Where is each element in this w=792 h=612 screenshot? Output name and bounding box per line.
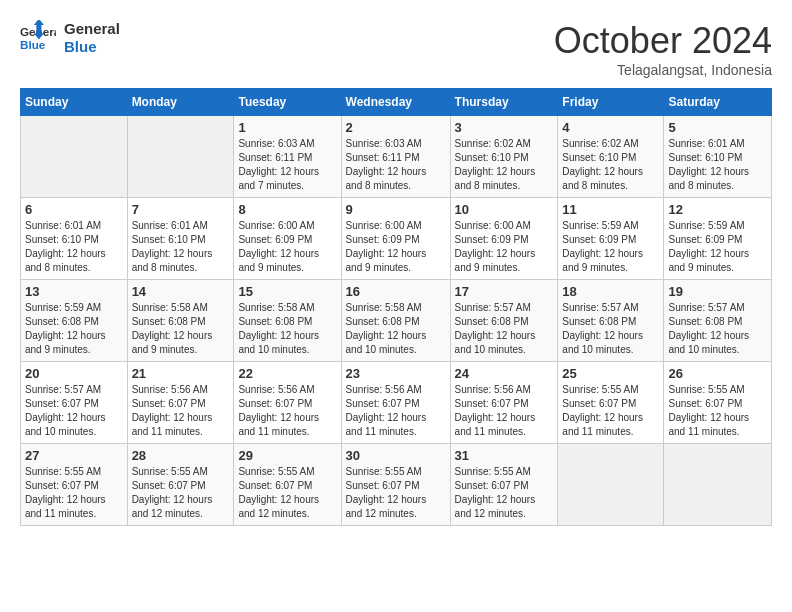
day-number: 13 <box>25 284 123 299</box>
day-info: Sunrise: 6:03 AM Sunset: 6:11 PM Dayligh… <box>238 137 336 193</box>
day-number: 27 <box>25 448 123 463</box>
day-info: Sunrise: 5:55 AM Sunset: 6:07 PM Dayligh… <box>25 465 123 521</box>
calendar-cell: 28Sunrise: 5:55 AM Sunset: 6:07 PM Dayli… <box>127 444 234 526</box>
calendar-cell: 19Sunrise: 5:57 AM Sunset: 6:08 PM Dayli… <box>664 280 772 362</box>
day-info: Sunrise: 5:55 AM Sunset: 6:07 PM Dayligh… <box>562 383 659 439</box>
header-sunday: Sunday <box>21 89 128 116</box>
day-number: 12 <box>668 202 767 217</box>
svg-text:Blue: Blue <box>20 38 46 51</box>
calendar-cell: 24Sunrise: 5:56 AM Sunset: 6:07 PM Dayli… <box>450 362 558 444</box>
calendar-cell: 13Sunrise: 5:59 AM Sunset: 6:08 PM Dayli… <box>21 280 128 362</box>
calendar-cell: 9Sunrise: 6:00 AM Sunset: 6:09 PM Daylig… <box>341 198 450 280</box>
day-number: 23 <box>346 366 446 381</box>
day-info: Sunrise: 5:59 AM Sunset: 6:08 PM Dayligh… <box>25 301 123 357</box>
calendar-cell: 30Sunrise: 5:55 AM Sunset: 6:07 PM Dayli… <box>341 444 450 526</box>
day-number: 30 <box>346 448 446 463</box>
month-title: October 2024 <box>554 20 772 62</box>
day-info: Sunrise: 5:58 AM Sunset: 6:08 PM Dayligh… <box>346 301 446 357</box>
day-info: Sunrise: 5:58 AM Sunset: 6:08 PM Dayligh… <box>238 301 336 357</box>
calendar-cell: 3Sunrise: 6:02 AM Sunset: 6:10 PM Daylig… <box>450 116 558 198</box>
header-saturday: Saturday <box>664 89 772 116</box>
calendar-cell: 20Sunrise: 5:57 AM Sunset: 6:07 PM Dayli… <box>21 362 128 444</box>
calendar-week-1: 1Sunrise: 6:03 AM Sunset: 6:11 PM Daylig… <box>21 116 772 198</box>
day-info: Sunrise: 6:02 AM Sunset: 6:10 PM Dayligh… <box>455 137 554 193</box>
day-number: 21 <box>132 366 230 381</box>
day-info: Sunrise: 5:55 AM Sunset: 6:07 PM Dayligh… <box>346 465 446 521</box>
day-number: 28 <box>132 448 230 463</box>
logo: General Blue General Blue <box>20 20 120 56</box>
day-info: Sunrise: 5:59 AM Sunset: 6:09 PM Dayligh… <box>668 219 767 275</box>
day-number: 2 <box>346 120 446 135</box>
calendar-cell <box>127 116 234 198</box>
logo-blue: Blue <box>64 38 120 56</box>
calendar-header-row: SundayMondayTuesdayWednesdayThursdayFrid… <box>21 89 772 116</box>
logo-general: General <box>64 20 120 38</box>
calendar-cell: 11Sunrise: 5:59 AM Sunset: 6:09 PM Dayli… <box>558 198 664 280</box>
day-number: 10 <box>455 202 554 217</box>
day-info: Sunrise: 5:56 AM Sunset: 6:07 PM Dayligh… <box>238 383 336 439</box>
day-info: Sunrise: 6:01 AM Sunset: 6:10 PM Dayligh… <box>25 219 123 275</box>
day-info: Sunrise: 6:00 AM Sunset: 6:09 PM Dayligh… <box>455 219 554 275</box>
calendar-cell: 10Sunrise: 6:00 AM Sunset: 6:09 PM Dayli… <box>450 198 558 280</box>
day-info: Sunrise: 6:00 AM Sunset: 6:09 PM Dayligh… <box>238 219 336 275</box>
day-number: 7 <box>132 202 230 217</box>
calendar-week-3: 13Sunrise: 5:59 AM Sunset: 6:08 PM Dayli… <box>21 280 772 362</box>
calendar-week-4: 20Sunrise: 5:57 AM Sunset: 6:07 PM Dayli… <box>21 362 772 444</box>
day-info: Sunrise: 5:55 AM Sunset: 6:07 PM Dayligh… <box>238 465 336 521</box>
day-number: 4 <box>562 120 659 135</box>
day-info: Sunrise: 6:01 AM Sunset: 6:10 PM Dayligh… <box>668 137 767 193</box>
header-tuesday: Tuesday <box>234 89 341 116</box>
calendar-week-2: 6Sunrise: 6:01 AM Sunset: 6:10 PM Daylig… <box>21 198 772 280</box>
calendar-cell: 1Sunrise: 6:03 AM Sunset: 6:11 PM Daylig… <box>234 116 341 198</box>
calendar-cell: 22Sunrise: 5:56 AM Sunset: 6:07 PM Dayli… <box>234 362 341 444</box>
day-number: 29 <box>238 448 336 463</box>
title-section: October 2024 Telagalangsat, Indonesia <box>554 20 772 78</box>
day-number: 16 <box>346 284 446 299</box>
calendar-cell: 4Sunrise: 6:02 AM Sunset: 6:10 PM Daylig… <box>558 116 664 198</box>
calendar-cell <box>558 444 664 526</box>
calendar-cell: 25Sunrise: 5:55 AM Sunset: 6:07 PM Dayli… <box>558 362 664 444</box>
day-number: 17 <box>455 284 554 299</box>
day-info: Sunrise: 5:59 AM Sunset: 6:09 PM Dayligh… <box>562 219 659 275</box>
day-number: 26 <box>668 366 767 381</box>
day-info: Sunrise: 5:56 AM Sunset: 6:07 PM Dayligh… <box>346 383 446 439</box>
day-number: 15 <box>238 284 336 299</box>
day-number: 1 <box>238 120 336 135</box>
day-number: 9 <box>346 202 446 217</box>
day-number: 6 <box>25 202 123 217</box>
calendar-table: SundayMondayTuesdayWednesdayThursdayFrid… <box>20 88 772 526</box>
calendar-cell: 12Sunrise: 5:59 AM Sunset: 6:09 PM Dayli… <box>664 198 772 280</box>
calendar-cell: 14Sunrise: 5:58 AM Sunset: 6:08 PM Dayli… <box>127 280 234 362</box>
day-number: 14 <box>132 284 230 299</box>
calendar-cell: 6Sunrise: 6:01 AM Sunset: 6:10 PM Daylig… <box>21 198 128 280</box>
day-info: Sunrise: 5:58 AM Sunset: 6:08 PM Dayligh… <box>132 301 230 357</box>
day-number: 19 <box>668 284 767 299</box>
day-number: 22 <box>238 366 336 381</box>
calendar-cell: 18Sunrise: 5:57 AM Sunset: 6:08 PM Dayli… <box>558 280 664 362</box>
calendar-cell: 2Sunrise: 6:03 AM Sunset: 6:11 PM Daylig… <box>341 116 450 198</box>
day-info: Sunrise: 5:55 AM Sunset: 6:07 PM Dayligh… <box>668 383 767 439</box>
day-number: 20 <box>25 366 123 381</box>
calendar-cell: 7Sunrise: 6:01 AM Sunset: 6:10 PM Daylig… <box>127 198 234 280</box>
day-info: Sunrise: 5:56 AM Sunset: 6:07 PM Dayligh… <box>132 383 230 439</box>
day-number: 5 <box>668 120 767 135</box>
location-subtitle: Telagalangsat, Indonesia <box>554 62 772 78</box>
day-info: Sunrise: 5:57 AM Sunset: 6:07 PM Dayligh… <box>25 383 123 439</box>
day-number: 3 <box>455 120 554 135</box>
day-info: Sunrise: 6:03 AM Sunset: 6:11 PM Dayligh… <box>346 137 446 193</box>
calendar-cell <box>21 116 128 198</box>
calendar-cell: 23Sunrise: 5:56 AM Sunset: 6:07 PM Dayli… <box>341 362 450 444</box>
day-info: Sunrise: 6:00 AM Sunset: 6:09 PM Dayligh… <box>346 219 446 275</box>
header-friday: Friday <box>558 89 664 116</box>
day-info: Sunrise: 5:56 AM Sunset: 6:07 PM Dayligh… <box>455 383 554 439</box>
day-info: Sunrise: 6:01 AM Sunset: 6:10 PM Dayligh… <box>132 219 230 275</box>
calendar-cell: 26Sunrise: 5:55 AM Sunset: 6:07 PM Dayli… <box>664 362 772 444</box>
calendar-cell: 17Sunrise: 5:57 AM Sunset: 6:08 PM Dayli… <box>450 280 558 362</box>
calendar-cell: 21Sunrise: 5:56 AM Sunset: 6:07 PM Dayli… <box>127 362 234 444</box>
header-monday: Monday <box>127 89 234 116</box>
day-number: 24 <box>455 366 554 381</box>
day-number: 18 <box>562 284 659 299</box>
day-info: Sunrise: 5:57 AM Sunset: 6:08 PM Dayligh… <box>668 301 767 357</box>
day-info: Sunrise: 5:55 AM Sunset: 6:07 PM Dayligh… <box>455 465 554 521</box>
day-info: Sunrise: 5:57 AM Sunset: 6:08 PM Dayligh… <box>562 301 659 357</box>
